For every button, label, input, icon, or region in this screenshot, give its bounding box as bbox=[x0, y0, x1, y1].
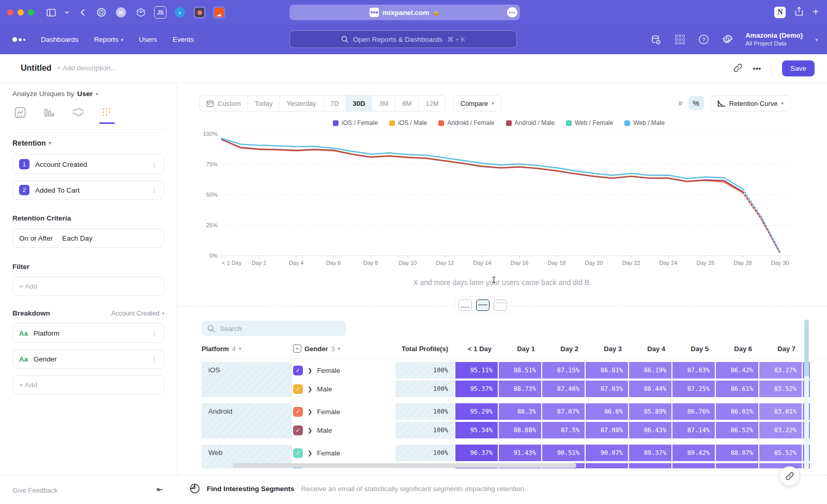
retention-value-cell[interactable]: 88.51% bbox=[499, 362, 541, 379]
retention-value-cell[interactable]: 87.03% bbox=[586, 381, 628, 397]
day-column-header[interactable]: Day 2 bbox=[542, 345, 585, 353]
day-column-header[interactable]: Day 6 bbox=[716, 345, 758, 353]
horizontal-scrollbar[interactable] bbox=[233, 463, 576, 468]
chevron-down-icon[interactable] bbox=[64, 7, 69, 18]
retention-value-cell[interactable]: 83.52% bbox=[759, 381, 802, 397]
kebab-menu-icon[interactable]: ⋮ bbox=[151, 161, 158, 168]
retention-value-cell[interactable]: 89.42% bbox=[672, 445, 715, 461]
expand-row-icon[interactable]: ❯ bbox=[308, 386, 312, 392]
find-segments-title[interactable]: Find Interesting Segments bbox=[207, 485, 295, 493]
range-30d-active[interactable]: 30D bbox=[346, 96, 372, 111]
bird-extension-icon[interactable]: ◗ bbox=[174, 6, 186, 19]
retention-value-cell[interactable]: 87.5% bbox=[542, 422, 585, 438]
tab-insights[interactable] bbox=[13, 107, 27, 124]
breakdown-gender[interactable]: Aa Gender ⋮ bbox=[12, 349, 164, 369]
day-column-header[interactable]: Day 1 bbox=[499, 345, 541, 353]
range-today[interactable]: Today bbox=[248, 96, 280, 111]
day-column-header[interactable]: < 1 Day bbox=[455, 345, 498, 353]
retention-value-cell[interactable]: 85.7% bbox=[759, 463, 802, 468]
retention-value-cell[interactable]: 88.07% bbox=[716, 445, 758, 461]
m-avatar-extension-icon[interactable]: m bbox=[115, 6, 127, 19]
legend-item[interactable]: iOS / Female bbox=[333, 119, 378, 127]
more-options-icon[interactable]: ••• bbox=[753, 64, 761, 73]
retention-value-cell[interactable]: 95.37% bbox=[455, 381, 498, 397]
retention-value-cell[interactable]: 88.3% bbox=[499, 403, 541, 420]
retention-value-cell[interactable]: 86.01% bbox=[716, 403, 758, 420]
compare-button[interactable]: Compare▾ bbox=[453, 95, 501, 112]
retention-value-cell[interactable]: 95.34% bbox=[455, 422, 498, 438]
legend-item[interactable]: Android / Female bbox=[438, 119, 494, 127]
expand-row-icon[interactable]: ❯ bbox=[308, 450, 312, 456]
url-bar[interactable]: mixpanel.com 🔒 ••• bbox=[289, 5, 520, 20]
breakdown-event-dropdown[interactable]: Account Created▾ bbox=[111, 310, 164, 317]
select-all-checkbox[interactable]: − bbox=[293, 344, 301, 353]
retention-value-cell[interactable]: 89.37% bbox=[629, 445, 671, 461]
cube-extension-icon[interactable] bbox=[134, 6, 147, 19]
vertical-scrollbar[interactable] bbox=[804, 320, 809, 469]
legend-item[interactable]: Web / Female bbox=[566, 119, 613, 127]
table-only-view-button[interactable] bbox=[494, 300, 507, 311]
retention-value-cell[interactable]: 87.15% bbox=[542, 362, 585, 379]
retention-value-cell[interactable]: 83.27% bbox=[759, 362, 802, 379]
segment-checkbox[interactable]: ✓ bbox=[293, 384, 303, 394]
retention-value-cell[interactable]: 88.2% bbox=[716, 463, 758, 468]
expand-row-icon[interactable]: ❯ bbox=[308, 468, 312, 469]
day-column-header[interactable]: Day 3 bbox=[586, 345, 628, 353]
retention-value-cell[interactable]: 87.46% bbox=[542, 381, 585, 397]
cloud-extension-icon[interactable]: ☁ bbox=[213, 6, 225, 19]
chart-only-view-button[interactable] bbox=[458, 300, 472, 311]
url-more-icon[interactable]: ••• bbox=[507, 7, 517, 18]
settings-gear-icon[interactable] bbox=[722, 34, 733, 45]
mixpanel-logo[interactable] bbox=[12, 37, 25, 42]
retention-step-1[interactable]: 1 Account Created ⋮ bbox=[12, 154, 164, 174]
retention-value-cell[interactable]: 86.61% bbox=[716, 381, 758, 397]
gender-column-header[interactable]: − Gender3▾ bbox=[293, 344, 394, 353]
range-7d[interactable]: 7D bbox=[324, 96, 346, 111]
retention-value-cell[interactable]: 86.42% bbox=[716, 362, 758, 379]
range-12m[interactable]: 12M bbox=[419, 96, 445, 111]
expand-row-icon[interactable]: ❯ bbox=[308, 427, 312, 434]
retention-value-cell[interactable]: 86.52% bbox=[716, 422, 758, 438]
retention-line-chart[interactable]: 100%75%50%25%0%< 1 DayDay 2Day 4Day 6Day… bbox=[199, 129, 799, 278]
range-3m[interactable]: 3M bbox=[372, 96, 395, 111]
add-filter-button[interactable]: + Add bbox=[12, 276, 164, 296]
range-custom[interactable]: Custom bbox=[200, 96, 248, 111]
retention-value-cell[interactable]: 86.19% bbox=[629, 362, 671, 379]
retention-value-cell[interactable]: 87.08% bbox=[586, 422, 628, 438]
kebab-menu-icon[interactable]: ⋮ bbox=[151, 329, 158, 337]
retention-value-cell[interactable]: 90.51% bbox=[542, 445, 585, 461]
retention-value-cell[interactable]: 89.6% bbox=[672, 463, 715, 468]
zoom-window-button[interactable] bbox=[28, 9, 34, 15]
tab-retention-active[interactable] bbox=[100, 107, 114, 124]
retention-value-cell[interactable]: 90.07% bbox=[586, 445, 628, 461]
retention-value-cell[interactable]: 86.6% bbox=[586, 403, 628, 420]
retention-value-cell[interactable]: 90.2% bbox=[586, 463, 628, 468]
retention-value-cell[interactable]: 88.73% bbox=[499, 381, 541, 397]
retention-value-cell[interactable]: 86.81% bbox=[586, 362, 628, 379]
retention-value-cell[interactable]: 95.29% bbox=[455, 403, 498, 420]
apps-grid-icon[interactable] bbox=[674, 34, 685, 45]
retention-value-cell[interactable]: 87.14% bbox=[672, 422, 715, 438]
give-feedback-link[interactable]: Give Feedback bbox=[12, 486, 57, 494]
retention-section-header[interactable]: Retention▾ bbox=[12, 139, 164, 147]
tab-flows[interactable] bbox=[71, 107, 85, 124]
segment-checkbox[interactable]: ✓ bbox=[293, 448, 303, 458]
retention-value-cell[interactable]: 85.89% bbox=[629, 403, 671, 420]
tab-funnels[interactable] bbox=[42, 107, 56, 124]
back-icon[interactable] bbox=[76, 7, 88, 18]
retention-value-cell[interactable]: 89.5% bbox=[629, 463, 671, 468]
day-column-header[interactable]: Day 7 bbox=[759, 345, 802, 353]
nav-events[interactable]: Events bbox=[173, 36, 194, 43]
platform-column-header[interactable]: Platform4▾ bbox=[202, 345, 292, 353]
retention-value-cell[interactable]: 87.03% bbox=[672, 362, 715, 379]
new-tab-icon[interactable]: + bbox=[813, 6, 819, 18]
collapse-sidebar-icon[interactable]: ⇤ bbox=[157, 485, 163, 494]
legend-item[interactable]: Android / Male bbox=[506, 119, 555, 127]
criteria-operator[interactable]: On or After bbox=[19, 234, 53, 242]
legend-item[interactable]: Web / Male bbox=[624, 119, 664, 127]
retention-value-cell[interactable]: 95.11% bbox=[455, 362, 498, 379]
kebab-menu-icon[interactable]: ⋮ bbox=[151, 355, 158, 363]
retention-value-cell[interactable]: 86.76% bbox=[672, 403, 715, 420]
segment-checkbox[interactable]: ✓ bbox=[293, 407, 303, 417]
retention-value-cell[interactable]: 87.07% bbox=[542, 403, 585, 420]
